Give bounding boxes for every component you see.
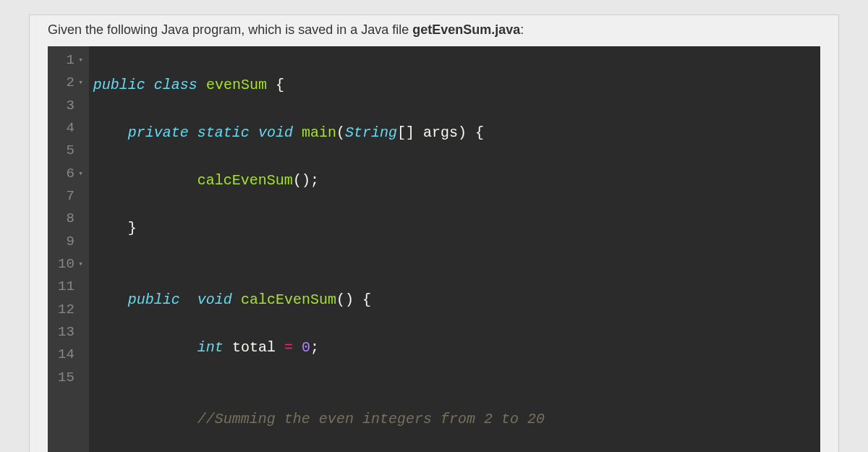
gutter-line-6: 6▾ <box>58 163 83 185</box>
code-lines: public class evenSum { private static vo… <box>89 46 699 452</box>
code-line-6: public void calcEvenSum() { <box>93 288 692 312</box>
gutter-line-12: 12 <box>58 299 83 321</box>
gutter-line-7: 7 <box>58 185 83 208</box>
gutter-line-3: 3 <box>58 95 83 117</box>
gutter-line-8: 8 <box>58 208 83 230</box>
intro-post: : <box>520 22 524 37</box>
gutter-line-5: 5 <box>58 140 83 162</box>
gutter-line-1: 1▾ <box>58 49 83 72</box>
fold-icon[interactable]: ▾ <box>76 76 83 89</box>
fold-icon[interactable]: ▾ <box>76 54 83 67</box>
filename: getEvenSum.java <box>412 22 520 37</box>
gutter-line-9: 9 <box>58 231 83 253</box>
fold-icon[interactable]: ▾ <box>76 167 83 180</box>
gutter-line-10: 10▾ <box>58 253 83 276</box>
code-line-2: private static void main(String[] args) … <box>93 121 692 145</box>
intro-pre: Given the following Java program, which … <box>48 22 412 37</box>
code-line-7: int total = 0; <box>93 336 692 359</box>
gutter-line-4: 4 <box>58 117 83 140</box>
question-container: Given the following Java program, which … <box>29 14 839 452</box>
code-line-3: calcEvenSum(); <box>93 169 692 192</box>
fold-icon[interactable]: ▾ <box>76 257 83 270</box>
gutter-line-2: 2▾ <box>58 72 83 94</box>
code-line-9: //Summing the even integers from 2 to 20 <box>93 407 692 431</box>
gutter-line-14: 14 <box>58 344 83 366</box>
code-line-1: public class evenSum { <box>93 73 692 97</box>
code-line-4: } <box>93 216 692 240</box>
code-block: 1▾ 2▾ 3 4 5 6▾ 7 8 9 10▾ 11 12 13 14 15 … <box>48 46 820 452</box>
intro-text: Given the following Java program, which … <box>30 22 838 46</box>
gutter-line-13: 13 <box>58 321 83 344</box>
gutter-line-11: 11 <box>58 276 83 298</box>
gutter-line-15: 15 <box>58 367 83 389</box>
gutter: 1▾ 2▾ 3 4 5 6▾ 7 8 9 10▾ 11 12 13 14 15 <box>48 46 89 452</box>
